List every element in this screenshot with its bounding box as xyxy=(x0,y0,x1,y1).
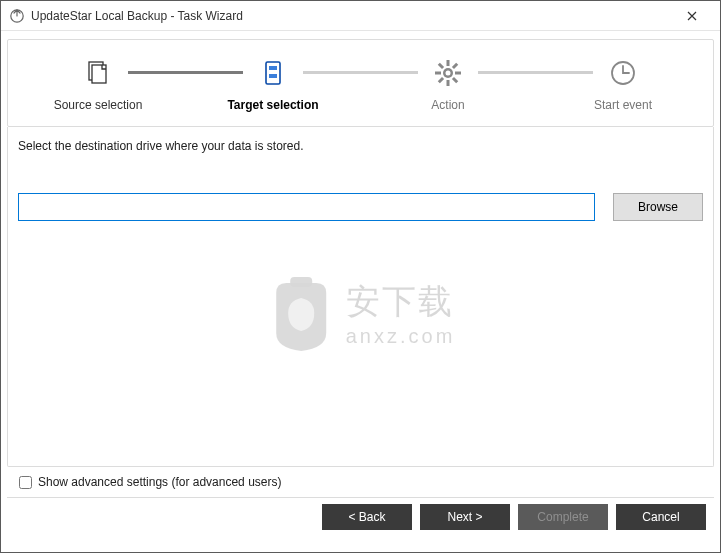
gear-icon xyxy=(433,58,463,88)
svg-rect-2 xyxy=(92,65,106,83)
step-label: Target selection xyxy=(227,98,318,112)
instruction-text: Select the destination drive where your … xyxy=(18,139,703,153)
browse-button[interactable]: Browse xyxy=(613,193,703,221)
svg-point-15 xyxy=(446,71,451,76)
watermark-text-main: 安下载 xyxy=(346,279,456,325)
step-target-selection: Target selection xyxy=(203,58,343,112)
svg-rect-7 xyxy=(447,60,450,66)
back-button[interactable]: < Back xyxy=(322,504,412,530)
svg-rect-17 xyxy=(290,277,312,287)
documents-icon xyxy=(83,58,113,88)
svg-rect-11 xyxy=(452,63,458,69)
svg-rect-12 xyxy=(438,77,444,83)
svg-rect-13 xyxy=(438,63,444,69)
drive-icon xyxy=(258,58,288,88)
close-button[interactable] xyxy=(672,2,712,30)
step-label: Source selection xyxy=(54,98,143,112)
svg-rect-3 xyxy=(266,62,280,84)
svg-rect-9 xyxy=(435,72,441,75)
next-button[interactable]: Next > xyxy=(420,504,510,530)
advanced-settings-label[interactable]: Show advanced settings (for advanced use… xyxy=(38,475,281,489)
wizard-stepbar: Source selection Target selection xyxy=(7,39,714,127)
svg-rect-10 xyxy=(455,72,461,75)
close-icon xyxy=(687,11,697,21)
svg-rect-5 xyxy=(269,74,277,78)
step-start-event: Start event xyxy=(553,58,693,112)
advanced-settings-row: Show advanced settings (for advanced use… xyxy=(7,467,714,498)
svg-rect-8 xyxy=(447,80,450,86)
svg-rect-4 xyxy=(269,66,277,70)
svg-rect-14 xyxy=(452,77,458,83)
shield-icon xyxy=(266,273,336,353)
complete-button: Complete xyxy=(518,504,608,530)
step-label: Action xyxy=(431,98,464,112)
cancel-button[interactable]: Cancel xyxy=(616,504,706,530)
window-title: UpdateStar Local Backup - Task Wizard xyxy=(31,9,672,23)
wizard-content: Select the destination drive where your … xyxy=(7,127,714,467)
titlebar: UpdateStar Local Backup - Task Wizard xyxy=(1,1,720,31)
advanced-settings-checkbox[interactable] xyxy=(19,476,32,489)
watermark-text-sub: anxz.com xyxy=(346,325,456,348)
destination-path-input[interactable] xyxy=(18,193,595,221)
step-action: Action xyxy=(378,58,518,112)
app-icon xyxy=(9,8,25,24)
wizard-button-bar: < Back Next > Complete Cancel xyxy=(7,498,714,530)
step-label: Start event xyxy=(594,98,652,112)
watermark: 安下载 anxz.com xyxy=(266,273,456,353)
clock-icon xyxy=(608,58,638,88)
step-source-selection: Source selection xyxy=(28,58,168,112)
